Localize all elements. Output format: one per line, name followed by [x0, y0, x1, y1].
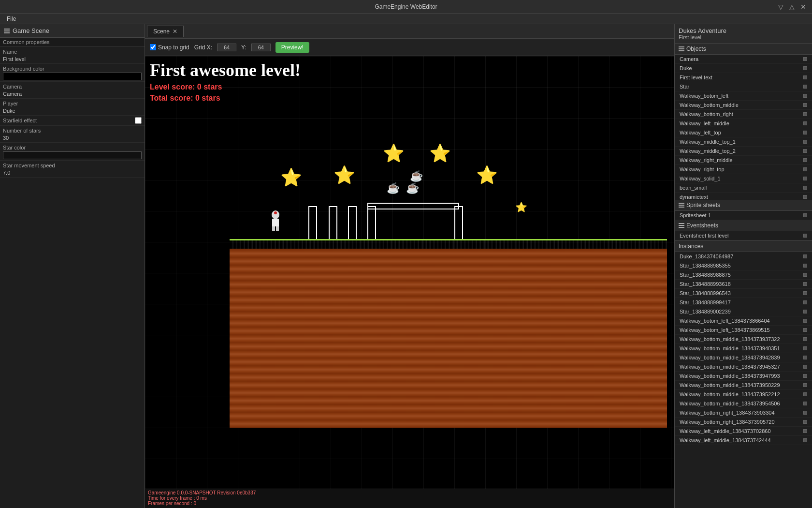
close-button[interactable]: ✕ — [798, 3, 808, 11]
instance-list-item[interactable]: Star_1384889002239 — [675, 307, 812, 316]
star-side: ⭐ — [515, 201, 527, 213]
object-list-item[interactable]: Camera — [675, 55, 812, 64]
instance-list-item[interactable]: Star_1384888999417 — [675, 298, 812, 307]
scene-tab-close[interactable]: ✕ — [173, 28, 177, 35]
platform-4 — [367, 206, 376, 240]
instance-list-item[interactable]: Walkway_bottom_right_1384373905720 — [675, 418, 812, 427]
titlebar-title: GameEngine WebEditor — [375, 3, 437, 10]
spritesheets-section-header[interactable]: Sprite sheets — [675, 200, 812, 211]
total-score: Total score: 0 stars — [150, 94, 220, 103]
snap-to-grid-label[interactable]: Snap to grid — [150, 44, 189, 51]
bg-color-input[interactable] — [3, 73, 142, 80]
instance-list-item[interactable]: Walkway_bottom_middle_1384373942839 — [675, 353, 812, 362]
scene-canvas[interactable]: First awesome level! Level score: 0 star… — [145, 56, 674, 489]
instance-list-item[interactable]: Walkway_left_middle_1384373702860 — [675, 427, 812, 436]
instance-list-item[interactable]: Duke_1384374064987 — [675, 252, 812, 261]
instances-section-header[interactable]: Instances — [675, 240, 812, 252]
ground-left — [230, 239, 493, 428]
eventsheets-section-header[interactable]: Eventsheets — [675, 220, 812, 231]
instance-list-item[interactable]: Walkway_bottom_middle_1384373940351 — [675, 344, 812, 353]
name-row: Name First level — [0, 47, 145, 64]
snap-checkbox[interactable] — [150, 44, 156, 50]
eventsheet-list-item[interactable]: Eventsheet first level — [675, 231, 812, 240]
scene-tab[interactable]: Scene ✕ — [147, 26, 184, 37]
right-panel-header: Dukes Adventure First level — [675, 24, 812, 44]
log-area: Gameengine 0.0.0-SNAPSHOT Revision 0e0b3… — [145, 489, 674, 508]
object-list-item[interactable]: Walkway_solid_1 — [675, 174, 812, 183]
project-subtitle: First level — [679, 34, 808, 40]
instance-list-item[interactable]: Walkway_left_middle_1384373742444 — [675, 436, 812, 445]
object-list-item[interactable]: Walkway_middle_top_2 — [675, 147, 812, 156]
object-list-item[interactable]: Star — [675, 82, 812, 91]
instance-list-item[interactable]: Star_1384888993618 — [675, 280, 812, 289]
coffee-bean-2: ☕ — [387, 182, 400, 194]
instance-list-item[interactable]: Star_1384888985355 — [675, 261, 812, 270]
ground-right — [493, 239, 667, 428]
bg-color-label: Background color — [3, 65, 142, 73]
player-duke — [268, 210, 283, 233]
instance-list-item[interactable]: Walkway_botom_left_1384373869515 — [675, 326, 812, 335]
spritesheet-list-item[interactable]: Spritesheet 1 — [675, 211, 812, 220]
spritesheets-list: Spritesheet 1 — [675, 211, 812, 220]
star-color-input[interactable] — [3, 151, 142, 159]
spritesheets-header-label: Sprite sheets — [686, 202, 720, 209]
num-stars-label: Number of stars — [3, 127, 142, 134]
object-list-item[interactable]: Walkway_left_middle — [675, 119, 812, 128]
svg-rect-4 — [276, 226, 279, 231]
platform-3 — [348, 206, 357, 240]
instance-list-item[interactable]: Walkway_bottom_right_1384373903304 — [675, 408, 812, 418]
grid-y-input[interactable] — [251, 44, 271, 51]
level-score-value: 0 stars — [197, 83, 222, 91]
file-menu[interactable]: File — [4, 15, 19, 22]
object-list-item[interactable]: Walkway_left_top — [675, 128, 812, 137]
bg-color-row: Background color — [0, 64, 145, 82]
log-line-2: Time for every frame : 0 ms — [148, 495, 671, 501]
objects-section-header[interactable]: Objects — [675, 44, 812, 55]
objects-list: CameraDukeFirst level textStarWalkway_bo… — [675, 55, 812, 200]
instance-list-item[interactable]: Walkway_bottom_middle_1384373954506 — [675, 399, 812, 408]
grid-x-label: Grid X: — [194, 44, 212, 51]
canvas-content: First awesome level! Level score: 0 star… — [145, 56, 674, 489]
instances-list: Duke_1384374064987Star_1384888985355Star… — [675, 252, 812, 508]
eventsheets-header-label: Eventsheets — [686, 222, 718, 229]
name-value: First level — [3, 56, 142, 62]
instance-list-item[interactable]: Walkway_bottom_middle_1384373950229 — [675, 381, 812, 390]
instance-list-item[interactable]: Walkway_botom_left_1384373866404 — [675, 316, 812, 326]
toolbar: Snap to grid Grid X: Y: Preview! — [145, 39, 674, 56]
scene-tab-bar: Scene ✕ — [145, 24, 674, 39]
object-list-item[interactable]: First level text — [675, 73, 812, 82]
player-label: Player — [3, 100, 142, 107]
instance-list-item[interactable]: Walkway_bottom_middle_1384373937322 — [675, 335, 812, 344]
instance-list-item[interactable]: Star_1384888996543 — [675, 289, 812, 298]
object-list-item[interactable]: Walkway_right_top — [675, 165, 812, 174]
log-line-1: Gameengine 0.0.0-SNAPSHOT Revision 0e0b3… — [148, 490, 671, 495]
eventsheets-list: Eventsheet first level — [675, 231, 812, 240]
platform-1 — [308, 206, 317, 240]
maximize-button[interactable]: △ — [787, 3, 797, 11]
object-list-item[interactable]: Walkway_botom_left — [675, 91, 812, 101]
object-list-item[interactable]: Duke — [675, 64, 812, 73]
instance-list-item[interactable]: Star_1384888988875 — [675, 270, 812, 280]
object-list-item[interactable]: Walkway_bottom_middle — [675, 101, 812, 110]
level-score-label: Level score: — [150, 83, 195, 91]
object-list-item[interactable]: Walkway_middle_top_1 — [675, 137, 812, 147]
svg-point-1 — [274, 211, 277, 214]
object-list-item[interactable]: dynamictext — [675, 193, 812, 200]
instance-list-item[interactable]: Walkway_bottom_middle_1384373952212 — [675, 390, 812, 399]
minimize-button[interactable]: ▽ — [776, 3, 785, 11]
level-score: Level score: 0 stars — [150, 83, 222, 91]
hamburger-icon[interactable] — [4, 29, 10, 33]
total-score-label: Total score: — [150, 94, 193, 102]
preview-button[interactable]: Preview! — [276, 42, 309, 53]
object-list-item[interactable]: Walkway_bottom_right — [675, 110, 812, 119]
instance-list-item[interactable]: Walkway_bottom_middle_1384373945327 — [675, 362, 812, 372]
starfield-checkbox[interactable] — [135, 117, 142, 124]
left-panel: Game Scene Common properties Name First … — [0, 24, 145, 508]
svg-rect-3 — [272, 226, 275, 231]
instance-list-item[interactable]: Walkway_bottom_middle_1384373947993 — [675, 372, 812, 381]
platform-5 — [454, 206, 463, 240]
grid-x-input[interactable] — [217, 44, 236, 51]
log-line-3: Frames per second : 0 — [148, 501, 671, 506]
object-list-item[interactable]: bean_small — [675, 183, 812, 193]
object-list-item[interactable]: Walkway_right_middle — [675, 156, 812, 165]
